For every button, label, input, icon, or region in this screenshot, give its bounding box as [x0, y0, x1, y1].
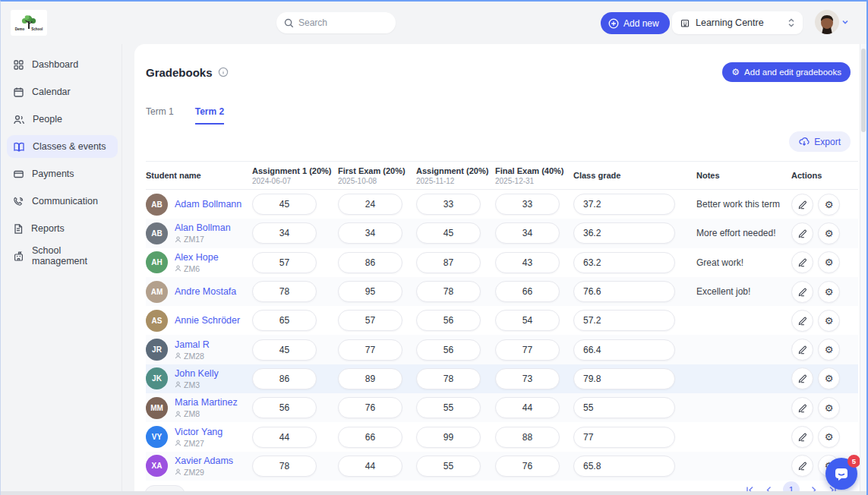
edit-note-button[interactable]	[791, 310, 813, 332]
student-name-link[interactable]: Andre Mostafa	[175, 286, 236, 298]
edit-note-button[interactable]	[791, 455, 813, 477]
row-settings-button[interactable]: ⚙	[818, 310, 840, 332]
sidebar-item-people[interactable]: People	[7, 108, 118, 131]
student-name-link[interactable]: Adam Bollmann	[175, 199, 241, 210]
sidebar-item-dashboard[interactable]: Dashboard	[7, 53, 118, 76]
student-name-link[interactable]: Jamal R	[175, 339, 210, 351]
grade-input[interactable]	[416, 310, 481, 331]
student-name-link[interactable]: Annie Schröder	[175, 315, 240, 326]
class-grade-input[interactable]	[573, 368, 675, 389]
sidebar-item-calendar[interactable]: Calendar	[7, 80, 118, 103]
edit-note-button[interactable]	[791, 397, 813, 419]
grade-input[interactable]	[416, 427, 481, 448]
grade-input[interactable]	[495, 252, 560, 273]
grade-input[interactable]	[416, 339, 481, 361]
sidebar-item-payments[interactable]: Payments	[7, 162, 118, 185]
scrollbar-thumb[interactable]	[861, 49, 866, 132]
row-settings-button[interactable]: ⚙	[818, 397, 840, 419]
grade-input[interactable]	[495, 339, 560, 361]
row-settings-button[interactable]: ⚙	[818, 222, 840, 244]
edit-note-button[interactable]	[791, 339, 813, 361]
sidebar-item-reports[interactable]: Reports	[7, 217, 118, 240]
grade-input[interactable]	[416, 397, 481, 418]
add-new-button[interactable]: Add new	[601, 12, 670, 34]
edit-note-button[interactable]	[791, 367, 813, 389]
class-grade-input[interactable]	[573, 310, 675, 331]
grade-input[interactable]	[338, 427, 402, 448]
grade-input[interactable]	[338, 194, 402, 215]
grade-input[interactable]	[252, 456, 317, 477]
sidebar-item-communication[interactable]: Communication	[7, 190, 118, 213]
edit-note-button[interactable]	[791, 194, 813, 216]
grade-input[interactable]	[495, 281, 560, 302]
grade-input[interactable]	[416, 368, 481, 389]
class-grade-input[interactable]	[573, 281, 675, 302]
student-name-link[interactable]: Maria Martinez	[175, 397, 238, 408]
grade-input[interactable]	[338, 339, 402, 361]
edit-note-button[interactable]	[791, 281, 813, 303]
grade-input[interactable]	[338, 368, 402, 389]
grade-input[interactable]	[416, 281, 481, 302]
info-icon[interactable]	[218, 67, 229, 77]
class-grade-input[interactable]	[573, 194, 675, 215]
tab-term-1[interactable]: Term 1	[146, 106, 174, 125]
grade-input[interactable]	[416, 252, 481, 273]
grade-input[interactable]	[416, 456, 481, 477]
user-menu[interactable]	[815, 10, 850, 34]
edit-note-button[interactable]	[791, 222, 813, 244]
grade-input[interactable]	[495, 427, 560, 448]
grade-input[interactable]	[252, 252, 317, 273]
add-edit-gradebooks-button[interactable]: ⚙ Add and edit gradebooks	[722, 62, 851, 82]
chat-widget-button[interactable]: 5	[825, 458, 857, 490]
student-name-link[interactable]: Alan Bollman	[175, 222, 231, 234]
search-input[interactable]	[298, 17, 382, 28]
grade-input[interactable]	[252, 281, 317, 302]
sidebar-item-classes-events[interactable]: Classes & events	[7, 135, 118, 158]
class-grade-input[interactable]	[573, 339, 675, 361]
grade-input[interactable]	[495, 397, 560, 418]
class-grade-input[interactable]	[573, 397, 675, 418]
class-grade-input[interactable]	[573, 252, 675, 273]
grade-input[interactable]	[495, 310, 560, 331]
sidebar-item-school-management[interactable]: School management	[7, 244, 118, 267]
class-grade-input[interactable]	[573, 456, 675, 477]
grade-input[interactable]	[416, 222, 481, 244]
export-button[interactable]: Export	[789, 131, 851, 152]
row-settings-button[interactable]: ⚙	[818, 426, 840, 448]
grade-input[interactable]	[338, 310, 402, 331]
edit-note-button[interactable]	[791, 426, 813, 448]
grade-input[interactable]	[252, 397, 317, 418]
row-settings-button[interactable]: ⚙	[818, 251, 840, 273]
grade-input[interactable]	[495, 194, 560, 215]
workspace-select[interactable]: Learning Centre	[672, 11, 803, 34]
row-settings-button[interactable]: ⚙	[818, 194, 840, 216]
grade-input[interactable]	[252, 427, 317, 448]
row-settings-button[interactable]: ⚙	[818, 339, 840, 361]
student-name-link[interactable]: John Kelly	[175, 368, 219, 380]
grade-input[interactable]	[338, 281, 402, 302]
grade-input[interactable]	[495, 222, 560, 244]
grade-input[interactable]	[252, 339, 317, 361]
grade-input[interactable]	[252, 368, 317, 389]
grade-input[interactable]	[338, 252, 402, 273]
grade-input[interactable]	[495, 368, 560, 389]
grade-input[interactable]	[495, 456, 560, 477]
class-grade-input[interactable]	[573, 222, 675, 244]
grade-input[interactable]	[416, 194, 481, 215]
class-grade-input[interactable]	[573, 427, 675, 448]
student-name-link[interactable]: Xavier Adams	[175, 456, 233, 467]
student-name-link[interactable]: Victor Yang	[175, 427, 223, 438]
row-settings-button[interactable]: ⚙	[818, 367, 840, 389]
student-name-link[interactable]: Alex Hope	[175, 252, 219, 263]
grade-input[interactable]	[252, 222, 317, 244]
grade-input[interactable]	[252, 310, 317, 331]
search-bar[interactable]	[276, 12, 396, 33]
grade-input[interactable]	[338, 397, 402, 418]
grade-input[interactable]	[338, 222, 402, 244]
tab-term-2[interactable]: Term 2	[195, 106, 224, 125]
grade-input[interactable]	[252, 194, 317, 215]
edit-note-button[interactable]	[791, 251, 813, 273]
grade-input[interactable]	[338, 456, 402, 477]
school-logo[interactable]: Demo School	[11, 10, 47, 36]
row-settings-button[interactable]: ⚙	[818, 281, 840, 303]
